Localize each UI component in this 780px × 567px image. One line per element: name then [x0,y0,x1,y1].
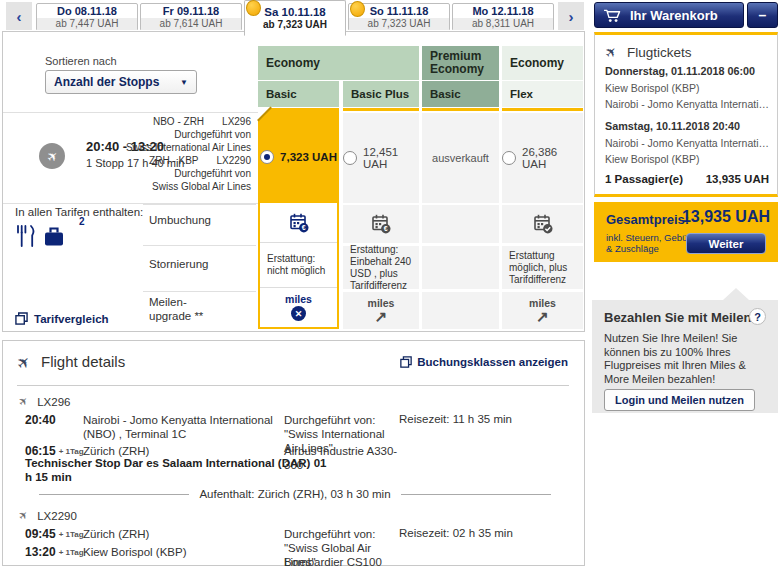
segment1-departure-airport: Nairobi - Jomo Kenyatta International (N… [83,413,281,441]
fare-radio-economy-basic[interactable] [260,150,274,164]
passenger-price-row: 1 Passagier(e) 13,935 UAH [605,173,769,185]
day-offset: + 1Tag [59,530,84,539]
segment1-departure-time: 20:40 [25,413,56,427]
pay-with-miles-title: Bezahlen Sie mit Meilen [604,310,751,325]
minus-icon: – [759,7,767,23]
fare-radio-economy-basic-plus[interactable] [343,151,357,165]
date-tab-so[interactable]: So 11.11.18 ab 7,323 UAH [348,3,450,30]
cabin-header-economy-flex: Economy [502,46,583,80]
segment2-flight-number: LX2290 [217,155,251,168]
operating-carrier-info: NBO - ZRH LX296 Durchgeführt von Swiss I… [116,116,251,193]
tab-date: Fr 09.11.18 [141,4,241,18]
fold-corner-icon [258,108,271,121]
airplane-icon: ✈ [605,44,617,60]
not-possible-icon: ✕ [291,306,306,321]
best-price-badge-icon [246,0,261,16]
divider [3,112,258,113]
divider [17,385,569,386]
total-price-label: Gesamtpreis: [606,212,689,227]
operated-by-label: Durchgeführt von [116,168,251,181]
operated-by-label: Durchgeführt von [116,129,251,142]
fare-option-economy-basic-selected[interactable]: 7,323 UAH [258,108,339,203]
divider [143,291,256,292]
next-dates-button[interactable]: › [558,2,584,30]
cart-header-button[interactable]: Ihr Warenkorb [594,2,744,28]
airplane-circle-icon: ✈ [39,143,65,169]
rebooking-cell-basic: € [260,203,337,243]
segment1-carrier: Swiss International Air Lines [116,142,251,155]
sort-selected-value: Anzahl der Stopps [46,75,180,89]
login-miles-button[interactable]: Login und Meilen nutzen [604,389,755,411]
miles-upgrade-cell-pe-basic [422,292,499,329]
fare-option-economy-basic-plus[interactable]: 12,451 UAH [343,113,419,203]
fare-header-basic-plus: Basic Plus [343,81,419,107]
tab-price: ab 7,447 UAH [37,18,137,30]
fare-price: 26,386 UAH [522,146,583,170]
cancellation-cell-basic: Erstattung: nicht möglich [260,243,337,288]
segment1-travel-time: Reisezeit: 11 h 35 min [399,413,512,425]
calendar-euro-icon: € [371,214,391,234]
baggage-count-superscript: 2 [79,216,85,227]
chevron-down-icon: ▼ [180,78,196,87]
day-offset: + 1Tag [59,447,84,456]
passenger-count: 1 Passagier(e) [605,173,683,185]
date-tab-mo[interactable]: Mo 12.11.18 ab 8,311 UAH [452,3,554,30]
miles-upgrade-cell-basic: miles ✕ [260,288,337,326]
outbound-datetime: Donnerstag, 01.11.2018 06:00 [605,65,755,77]
tab-price: ab 7,614 UAH [141,18,241,30]
segment1-flight-number: LX296 [222,116,251,129]
date-tab-sa-selected[interactable]: Sa 10.11.18 ab 7,323 UAH [244,0,346,36]
cancellation-cell-basic-plus: Erstattung: Einbehalt 240 USD , plus Tar… [343,246,419,289]
tariff-comparison-link[interactable]: Tarifvergleich [15,312,109,325]
segment2-travel-time: Reisezeit: 02 h 35 min [399,527,513,539]
date-tab-do[interactable]: Do 08.11.18 ab 7,447 UAH [36,3,138,30]
total-price-value: 13,935 UAH [682,208,770,226]
calendar-check-icon [533,214,553,234]
date-tab-fr[interactable]: Fr 09.11.18 ab 7,614 UAH [140,3,242,30]
segment2-departure-time: 09:45+ 1Tag [25,527,84,541]
segment2-arrival-airport: Kiew Borispol (KBP) [83,545,281,559]
rebooking-cell-basic-plus: € [343,205,419,243]
layover-divider: Aufenthalt: Zürich (ZRH), 03 h 30 min [39,488,551,500]
fare-header-flex: Flex [502,81,583,107]
fare-radio-economy-flex[interactable] [502,151,516,165]
arrow-up-right-icon: ↗ [536,310,549,324]
continue-button[interactable]: Weiter [686,233,766,254]
pay-with-miles-text: Nutzen Sie Ihre Meilen! Sie können bis z… [604,332,772,386]
row-label-rebooking: Umbuchung [149,214,227,228]
cabin-header-premium-economy: Premium Economy [422,46,499,80]
prev-dates-button[interactable]: ‹ [6,2,32,30]
outbound-from: Kiew Borispol (KBP) [605,82,700,94]
fare-price: 7,323 UAH [280,151,337,163]
flight-booking-page: ‹ Do 08.11.18 ab 7,447 UAH Fr 09.11.18 a… [0,0,780,567]
segment1-route: NBO - ZRH [153,116,204,129]
flight-details-title: Flight details [41,353,125,370]
tab-date: Mo 12.11.18 [453,4,553,18]
window-icon [400,356,412,368]
fare-option-economy-flex[interactable]: 26,386 UAH [502,113,583,203]
airplane-icon: ✈ [16,394,32,410]
cart-minimize-button[interactable]: – [747,2,778,28]
segment2-arrival-time: 13:20+ 1Tag [25,545,84,559]
sort-dropdown[interactable]: Anzahl der Stopps ▼ [45,70,197,94]
fare-header-basic: Basic [258,81,339,107]
sort-label: Sortieren nach [45,55,117,67]
miles-upgrade-cell-basic-plus: miles ↗ [343,292,419,329]
best-price-badge-icon [350,1,365,17]
taxes-note: & Zuschläge [606,243,659,254]
sold-out-label: ausverkauft [432,152,489,164]
cart-total-price: 13,935 UAH [706,173,769,185]
booking-classes-label: Buchungsklassen anzeigen [417,356,568,368]
tab-price: ab 8,311 UAH [453,18,553,30]
flight-details-panel: ✈ Flight details Buchungsklassen anzeige… [2,340,585,566]
row-label-cancellation: Stornierung [149,258,227,272]
cancellation-cell-pe-basic [422,246,499,289]
booking-classes-link[interactable]: Buchungsklassen anzeigen [400,356,568,368]
chevron-left-icon: ‹ [17,8,22,25]
speech-bubble-pointer [723,288,749,300]
help-button[interactable]: ? [749,308,766,325]
return-from: Nairobi - Jomo Kenyatta Internati… [605,137,769,149]
compare-icon [15,312,28,325]
svg-text:€: € [301,224,305,231]
cart-section-title: Flugtickets [627,45,692,60]
